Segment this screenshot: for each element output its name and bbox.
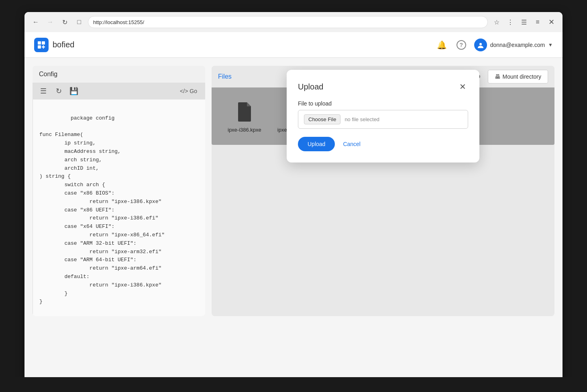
refresh-config-button[interactable]: ↻ [53,85,65,97]
config-panel-title: Config [33,66,205,83]
back-button[interactable]: ← [30,16,41,28]
upload-modal: Upload ✕ File to upload Choose File no f… [287,70,479,162]
url-text: http://localhost:15255/ [93,19,144,25]
avatar [474,39,487,51]
upload-submit-button[interactable]: Upload [298,137,335,151]
bookmark-button[interactable]: ☆ [491,16,502,28]
cancel-button[interactable]: Cancel [340,137,364,151]
save-icon: 💾 [69,87,78,95]
chevron-down-icon: ▼ [548,42,553,48]
modal-title: Upload [298,82,323,91]
mount-dir-label: Mount directory [503,73,541,80]
user-info[interactable]: donna@example.com ▼ [474,39,553,51]
choose-file-button[interactable]: Choose File [304,114,340,124]
new-tab-button[interactable]: □ [73,16,85,28]
help-button[interactable]: ? [455,39,468,51]
config-panel: Config ☰ ↻ 💾 </> Go [33,66,205,316]
code-content: package config func Filename( ip string,… [39,115,165,316]
printer-icon: 🖶 [495,73,500,80]
field-label: File to upload [298,100,468,107]
no-file-text: no file selected [344,116,379,122]
svg-rect-1 [42,41,45,45]
content-wrapper: ipxe-i386.kpxe ipxe-x86_64.efi [212,87,554,145]
modal-header: Upload ✕ [298,81,468,92]
menu-button[interactable]: ≡ [532,16,543,28]
svg-point-4 [479,43,482,45]
config-toolbar: ☰ ↻ 💾 </> Go [33,83,205,100]
notification-button[interactable]: 🔔 [436,39,448,51]
mount-directory-button[interactable]: 🖶 Mount directory [488,70,548,83]
logo-icon [34,38,49,52]
user-email-text: donna@example.com [490,42,545,48]
svg-rect-0 [38,41,41,45]
browser-actions: ☆ ⋮ ☰ ≡ ✕ [491,16,557,28]
refresh-icon: ↻ [56,87,62,95]
align-left-icon: ☰ [40,87,47,95]
save-config-button[interactable]: 💾 [68,85,80,97]
app-logo: bofied [34,38,75,52]
browser-toolbar: ← → ↻ □ http://localhost:15255/ ☆ ⋮ ☰ ≡ … [24,12,563,32]
go-button[interactable]: </> Go [177,86,200,96]
bell-icon: 🔔 [437,40,447,50]
reload-button[interactable]: ↻ [59,16,70,28]
go-label: Go [190,88,197,94]
app-name-text: bofied [53,40,75,49]
choose-file-label: Choose File [308,116,336,122]
main-content: Config ☰ ↻ 💾 </> Go [24,58,563,324]
cancel-btn-label: Cancel [343,141,361,147]
browser-content: bofied 🔔 ? donna@ [24,32,563,377]
address-bar[interactable]: http://localhost:15255/ [88,16,488,28]
modal-actions: Upload Cancel [298,137,468,151]
file-input-wrapper: Choose File no file selected [298,110,468,129]
align-left-button[interactable]: ☰ [37,85,49,97]
app-header: bofied 🔔 ? donna@ [24,32,563,58]
library-button[interactable]: ☰ [518,16,530,28]
code-editor[interactable]: package config func Filename( ip string,… [33,100,205,316]
help-icon: ? [457,40,466,50]
code-icon: </> [180,88,188,94]
upload-btn-label: Upload [308,141,325,147]
files-panel: Files ⇧ ✎ ▲ ↻ [212,66,554,316]
close-button[interactable]: ✕ [546,16,557,28]
header-actions: 🔔 ? donna@example.com ▼ [436,39,553,51]
svg-rect-2 [38,45,41,49]
modal-close-button[interactable]: ✕ [457,81,468,92]
files-panel-title[interactable]: Files [218,73,232,80]
grid-button[interactable]: ⋮ [505,16,516,28]
modal-overlay: Upload ✕ File to upload Choose File no f… [212,87,554,145]
forward-button[interactable]: → [45,16,56,28]
